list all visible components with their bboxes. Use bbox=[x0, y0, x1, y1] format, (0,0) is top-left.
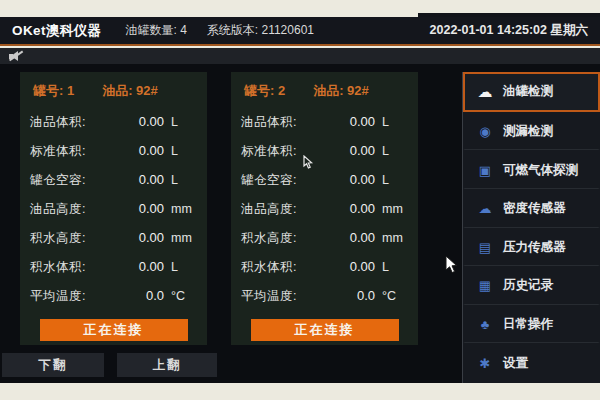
sidebar-item-label: 日常操作 bbox=[503, 316, 553, 333]
pressure-sensor-icon: ▤ bbox=[476, 240, 494, 255]
row-unit: L bbox=[382, 173, 408, 187]
row-label: 油品体积: bbox=[241, 114, 329, 131]
page-down-button[interactable]: 下翻 bbox=[2, 353, 104, 377]
row-unit: mm bbox=[171, 202, 197, 216]
row-unit: L bbox=[171, 144, 197, 158]
row-label: 平均温度: bbox=[241, 288, 329, 305]
sidebar-item-history[interactable]: ▦ 历史记录 bbox=[463, 266, 600, 305]
sidebar-item-settings[interactable]: ✱ 设置 bbox=[463, 343, 600, 383]
row-label: 油品体积: bbox=[30, 114, 118, 131]
row-value: 0.0 bbox=[329, 288, 375, 303]
row-label: 积水高度: bbox=[241, 230, 329, 247]
row-value: 0.00 bbox=[118, 230, 164, 245]
oil-type-label: 油品: 92# bbox=[102, 82, 158, 100]
sidebar-item-label: 历史记录 bbox=[503, 277, 553, 294]
sidebar-item-label: 油罐检测 bbox=[503, 83, 553, 100]
tank-cloud-icon: ☁ bbox=[476, 83, 494, 101]
data-row: 罐仓空容: 0.00 L bbox=[241, 167, 408, 196]
device-screen: OKet澳科仪器 油罐数量: 4 系统版本: 21120601 2022-01-… bbox=[0, 0, 600, 400]
history-icon: ▦ bbox=[476, 278, 494, 293]
data-row: 油品高度: 0.00 mm bbox=[30, 196, 197, 225]
row-label: 罐仓空容: bbox=[30, 172, 118, 189]
sidebar-item-label: 压力传感器 bbox=[503, 239, 566, 256]
sidebar-item-gas-detection[interactable]: ▣ 可燃气体探测 bbox=[463, 150, 600, 189]
row-label: 积水体积: bbox=[241, 259, 329, 276]
row-label: 油品高度: bbox=[241, 201, 329, 218]
sidebar-item-tank-detection[interactable]: ☁ 油罐检测 bbox=[463, 72, 600, 112]
data-row: 积水高度: 0.00 mm bbox=[241, 225, 408, 254]
sidebar-item-label: 设置 bbox=[503, 355, 528, 372]
tank-number-label: 罐号: 1 bbox=[33, 82, 74, 100]
row-label: 标准体积: bbox=[241, 143, 329, 160]
row-value: 0.00 bbox=[329, 201, 375, 216]
row-unit: mm bbox=[382, 231, 408, 245]
row-unit: L bbox=[382, 260, 408, 274]
connecting-button[interactable]: 正在连接 bbox=[251, 319, 399, 341]
sidebar-menu: ☁ 油罐检测 ◉ 测漏检测 ▣ 可燃气体探测 ☁ 密度传感器 ▤ 压力传感器 ▦… bbox=[462, 72, 600, 383]
gas-detector-icon: ▣ bbox=[476, 163, 494, 178]
speaker-muted-icon bbox=[9, 51, 24, 62]
row-unit: L bbox=[171, 260, 197, 274]
data-row: 油品高度: 0.00 mm bbox=[241, 196, 408, 225]
sidebar-item-pressure-sensor[interactable]: ▤ 压力传感器 bbox=[463, 228, 600, 267]
row-label: 积水体积: bbox=[30, 259, 118, 276]
data-row: 积水体积: 0.00 L bbox=[241, 254, 408, 283]
row-unit: °C bbox=[171, 289, 197, 303]
row-value: 0.0 bbox=[118, 288, 164, 303]
oil-type-label: 油品: 92# bbox=[313, 82, 369, 100]
topbar: OKet澳科仪器 油罐数量: 4 系统版本: 21120601 2022-01-… bbox=[0, 17, 600, 46]
page-up-button[interactable]: 上翻 bbox=[117, 353, 217, 377]
daily-ops-icon: ♣ bbox=[476, 317, 494, 332]
row-unit: mm bbox=[382, 202, 408, 216]
row-unit: mm bbox=[171, 231, 197, 245]
data-row: 标准体积: 0.00 L bbox=[30, 138, 197, 167]
tank-panel-2-header: 罐号: 2 油品: 92# bbox=[244, 82, 408, 100]
data-row: 积水体积: 0.00 L bbox=[30, 254, 197, 283]
row-value: 0.00 bbox=[329, 259, 375, 274]
tank-panel-1: 罐号: 1 油品: 92# 油品体积: 0.00 L 标准体积: 0.00 L … bbox=[20, 72, 207, 345]
data-row: 平均温度: 0.0 °C bbox=[241, 283, 408, 312]
row-unit: °C bbox=[382, 289, 408, 303]
status-bar bbox=[0, 48, 600, 64]
system-version-label: 系统版本: 21120601 bbox=[207, 22, 314, 39]
density-sensor-icon: ☁ bbox=[476, 201, 494, 216]
data-row: 标准体积: 0.00 L bbox=[241, 138, 408, 167]
sidebar-item-daily-operations[interactable]: ♣ 日常操作 bbox=[463, 305, 600, 344]
leak-detect-icon: ◉ bbox=[476, 124, 494, 139]
row-unit: L bbox=[382, 115, 408, 129]
data-row: 平均温度: 0.0 °C bbox=[30, 283, 197, 312]
row-label: 平均温度: bbox=[30, 288, 118, 305]
sidebar-item-density-sensor[interactable]: ☁ 密度传感器 bbox=[463, 189, 600, 228]
row-value: 0.00 bbox=[329, 230, 375, 245]
tank-panel-1-header: 罐号: 1 油品: 92# bbox=[33, 82, 197, 100]
row-value: 0.00 bbox=[329, 172, 375, 187]
row-label: 油品高度: bbox=[30, 201, 118, 218]
row-label: 罐仓空容: bbox=[241, 172, 329, 189]
tank-panel-2: 罐号: 2 油品: 92# 油品体积: 0.00 L 标准体积: 0.00 L … bbox=[231, 72, 418, 345]
row-unit: L bbox=[171, 173, 197, 187]
tank-count-label: 油罐数量: 4 bbox=[125, 22, 186, 39]
data-row: 积水高度: 0.00 mm bbox=[30, 225, 197, 254]
data-row: 油品体积: 0.00 L bbox=[241, 109, 408, 138]
sidebar-item-label: 测漏检测 bbox=[503, 123, 553, 140]
data-row: 油品体积: 0.00 L bbox=[30, 109, 197, 138]
row-value: 0.00 bbox=[118, 114, 164, 129]
row-value: 0.00 bbox=[118, 201, 164, 216]
row-value: 0.00 bbox=[329, 114, 375, 129]
connecting-button[interactable]: 正在连接 bbox=[40, 319, 188, 341]
sidebar-item-label: 密度传感器 bbox=[503, 200, 566, 217]
tank-number-label: 罐号: 2 bbox=[244, 82, 285, 100]
row-unit: L bbox=[382, 144, 408, 158]
row-label: 积水高度: bbox=[30, 230, 118, 247]
app-logo: OKet澳科仪器 bbox=[12, 22, 101, 40]
row-value: 0.00 bbox=[118, 143, 164, 158]
sidebar-item-leak-detection[interactable]: ◉ 测漏检测 bbox=[463, 112, 600, 151]
sidebar-item-label: 可燃气体探测 bbox=[503, 162, 578, 179]
row-value: 0.00 bbox=[118, 172, 164, 187]
datetime-label: 2022-01-01 14:25:02 星期六 bbox=[430, 22, 588, 39]
row-unit: L bbox=[171, 115, 197, 129]
settings-gear-icon: ✱ bbox=[476, 356, 494, 371]
row-label: 标准体积: bbox=[30, 143, 118, 160]
row-value: 0.00 bbox=[118, 259, 164, 274]
data-row: 罐仓空容: 0.00 L bbox=[30, 167, 197, 196]
